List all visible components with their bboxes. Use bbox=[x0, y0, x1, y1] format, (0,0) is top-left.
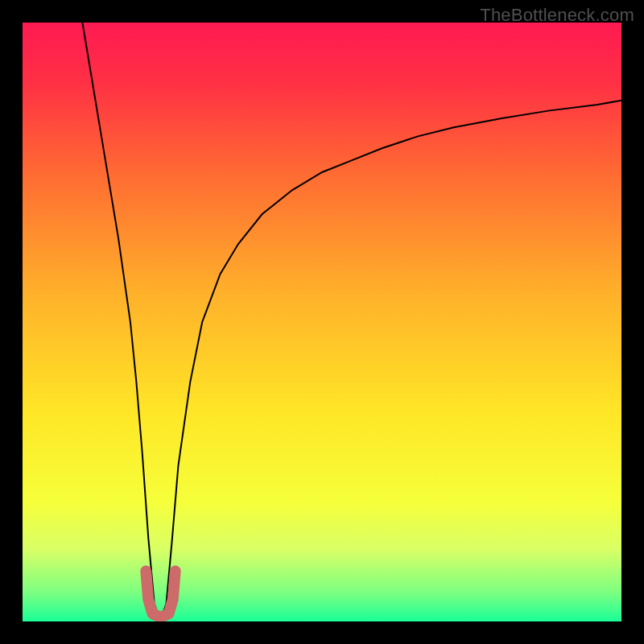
watermark-text: TheBottleneck.com bbox=[480, 5, 634, 26]
bottleneck-curve bbox=[82, 23, 621, 621]
curve-layer bbox=[23, 23, 621, 621]
chart-frame: TheBottleneck.com bbox=[0, 0, 644, 644]
minimum-marker bbox=[146, 572, 175, 617]
plot-area bbox=[23, 23, 621, 621]
